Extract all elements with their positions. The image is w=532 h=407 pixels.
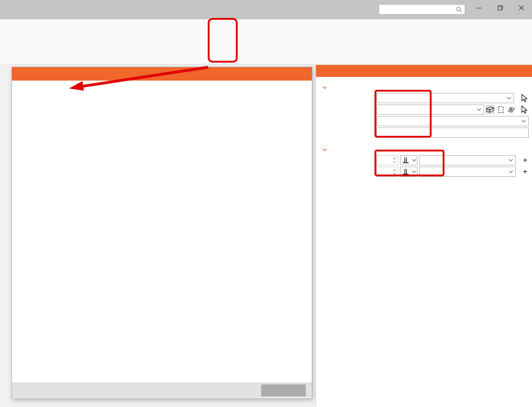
search-icon <box>456 6 465 12</box>
window-titlebar <box>0 0 532 19</box>
dialog-body <box>12 81 312 383</box>
cutting-method-row <box>328 116 529 127</box>
solid-mode-icon[interactable] <box>485 105 495 114</box>
webs-weld-row: + <box>328 166 529 177</box>
chevron-down-icon <box>519 120 526 122</box>
chevron-down-icon <box>409 159 416 162</box>
chevron-down-icon[interactable] <box>322 146 328 153</box>
operation-grid <box>12 81 312 82</box>
dialog-titlebar <box>12 67 312 81</box>
spinner-arrows-icon[interactable] <box>392 169 398 175</box>
chevron-down-icon <box>474 108 481 111</box>
member-row <box>328 93 529 104</box>
cursor-select-icon[interactable] <box>520 93 529 103</box>
search-input[interactable] <box>379 6 456 13</box>
flange-weld-material-combo[interactable] <box>419 155 516 165</box>
web-weld-type-combo[interactable] <box>400 167 417 177</box>
properties-list: + <box>316 77 532 177</box>
section-cut-of-member <box>316 82 532 93</box>
cut-by-combo[interactable] <box>376 105 484 115</box>
fillet-weld-icon <box>402 157 409 164</box>
add-weld-button[interactable]: + <box>521 167 529 176</box>
fillet-weld-icon <box>402 168 409 175</box>
member-combo[interactable] <box>376 93 514 103</box>
window-controls <box>468 0 532 16</box>
offset-input[interactable] <box>376 128 529 138</box>
chevron-down-icon <box>409 170 416 173</box>
search-box <box>379 4 465 15</box>
restore-button[interactable] <box>490 0 511 16</box>
close-window-button[interactable] <box>511 0 532 16</box>
ribbon <box>0 19 532 64</box>
close-button[interactable] <box>261 384 306 396</box>
chevron-down-icon <box>504 97 511 99</box>
chevron-down-icon <box>506 170 513 173</box>
dialog-footer <box>12 383 312 398</box>
select-operation-dialog <box>12 67 312 399</box>
spinner-arrows-icon[interactable] <box>392 157 398 163</box>
chevron-down-icon[interactable] <box>322 84 328 91</box>
properties-panel: + <box>316 65 532 407</box>
chevron-down-icon <box>506 159 513 162</box>
plate-mode-icon[interactable] <box>496 105 505 114</box>
mesh-mode-icon[interactable] <box>507 105 516 114</box>
app-window: + <box>0 0 532 407</box>
web-weld-size-spinner[interactable] <box>376 167 398 177</box>
cutting-method-combo[interactable] <box>376 116 529 126</box>
add-weld-button[interactable]: + <box>521 156 529 165</box>
cut-by-row <box>328 104 529 115</box>
operation-header <box>316 65 532 77</box>
cursor-select-icon[interactable] <box>520 105 529 114</box>
flanges-weld-row: + <box>328 155 529 166</box>
minimize-button[interactable] <box>468 0 490 16</box>
flange-weld-type-combo[interactable] <box>400 155 417 165</box>
workspace: + <box>0 65 532 407</box>
offset-row <box>328 127 529 138</box>
web-weld-material-combo[interactable] <box>419 167 516 177</box>
section-welds <box>316 145 532 155</box>
flange-weld-size-spinner[interactable] <box>376 155 398 165</box>
